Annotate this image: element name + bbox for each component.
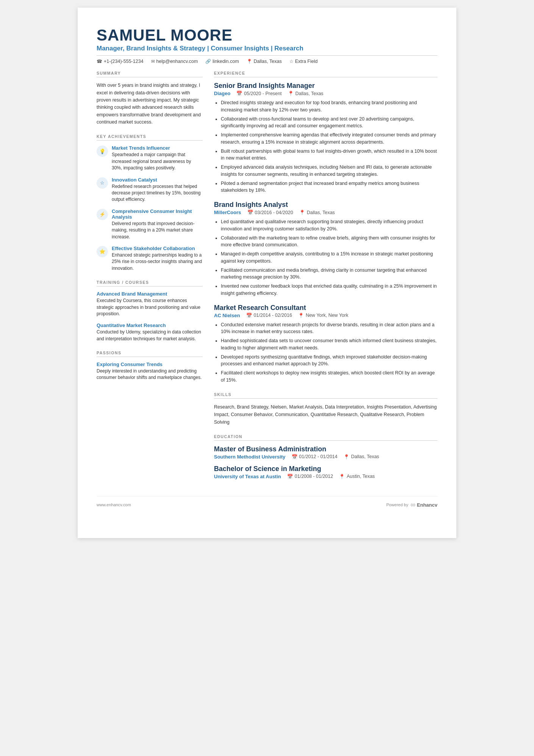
bullet-2-2: Collaborated with the marketing team to … [221,235,437,249]
main-content: SUMMARY With over 5 years in brand insig… [97,71,437,485]
edu-date-2: 📅 01/2008 - 01/2012 [287,474,333,479]
job-3: Market Research Consultant AC Nielsen 📅 … [214,304,437,384]
job-2: Brand Insights Analyst MillerCoors 📅 03/… [214,201,437,297]
bullet-1-4: Built robust partnerships with global te… [221,148,437,162]
training-section-title: TRAINING / COURSES [97,280,203,286]
achievement-desc-3: Delivered reports that improved decision… [112,221,203,240]
contact-extra: ☆ Extra Field [289,59,318,64]
bullet-2-4: Facilitated communication and media brie… [221,267,437,281]
achievement-title-2: Innovation Catalyst [112,177,203,183]
bullet-2-5: Invented new customer feedback loops tha… [221,283,437,297]
enhancv-logo: ∞ Enhancv [411,501,437,509]
job-company-2: MillerCoors [214,210,241,215]
left-column: SUMMARY With over 5 years in brand insig… [97,71,203,485]
extra-text: Extra Field [295,59,318,64]
location-icon: 📍 [247,59,252,64]
right-column: EXPERIENCE Senior Brand Insights Manager… [214,71,437,485]
edu-meta-1: Southern Methodist University 📅 01/2012 … [214,454,437,460]
header: SAMUEL MOORE Manager, Brand Insights & S… [97,27,437,64]
achievement-desc-2: Redefined research processes that helped… [112,183,203,203]
achievement-title-3: Comprehensive Consumer Insight Analysis [112,208,203,220]
job-location-3: 📍 New York, New York [298,313,348,318]
skills-text: Research, Brand Strategy, Nielsen, Marke… [214,403,437,426]
achievement-title-1: Market Trends Influencer [112,145,203,151]
job-date-2: 📅 03/2016 - 04/2020 [247,210,293,215]
job-bullets-1: Directed insights strategy and execution… [214,99,437,194]
enhancv-brand-name: Enhancv [417,502,437,508]
training-desc-1: Executed by Coursera, this course enhanc… [97,297,203,317]
linkedin-text: linkedin.com [212,59,239,64]
bullet-1-2: Collaborated with cross-functional teams… [221,116,437,130]
achievement-icon-2: ☆ [97,177,108,189]
bullet-3-3: Developed reports synthesizing quantitat… [221,354,437,368]
job-bullets-2: Led quantitative and qualitative researc… [214,218,437,297]
passion-title-1: Exploring Consumer Trends [97,362,203,367]
bullet-2-1: Led quantitative and qualitative researc… [221,218,437,233]
achievement-content-2: Innovation Catalyst Redefined research p… [112,177,203,203]
bullet-1-1: Directed insights strategy and execution… [221,99,437,114]
skills-section-title: SKILLS [214,392,437,399]
pin-icon-3: 📍 [298,313,304,318]
job-date-3: 📅 01/2014 - 02/2016 [246,313,292,318]
job-meta-1: Diageo 📅 05/2020 - Present 📍 Dallas, Tex… [214,91,437,96]
bullet-1-5: Employed advanced data analysis techniqu… [221,164,437,178]
experience-section-title: EXPERIENCE [214,71,437,77]
powered-by-text: Powered by [386,502,408,507]
email-text: help@enhancv.com [156,59,198,64]
training-item-2: Quantitative Market Research Conducted b… [97,322,203,342]
achievement-icon-4: ⭐ [97,246,108,257]
edu-calendar-icon-1: 📅 [292,454,298,460]
star-icon: ☆ [289,59,294,64]
phone-text: +1-(234)-555-1234 [104,59,144,64]
contact-bar: ☎ +1-(234)-555-1234 ✉ help@enhancv.com 🔗… [97,55,437,64]
edu-location-2: 📍 Austin, Texas [339,474,375,479]
passion-item-1: Exploring Consumer Trends Deeply interes… [97,362,203,381]
achievement-icon-1: 💡 [97,146,108,157]
job-company-3: AC Nielsen [214,313,240,318]
achievement-icon-3: ⚡ [97,209,108,220]
achievement-content-4: Effective Stakeholder Collaboration Enha… [112,246,203,272]
edu-calendar-icon-2: 📅 [287,474,293,479]
contact-location: 📍 Dallas, Texas [247,59,282,64]
contact-linkedin: 🔗 linkedin.com [205,59,239,64]
bullet-3-2: Handled sophisticated data sets to uncov… [221,337,437,352]
summary-text: With over 5 years in brand insights and … [97,82,203,126]
edu-pin-icon-2: 📍 [339,474,345,479]
edu-meta-2: University of Texas at Austin 📅 01/2008 … [214,474,437,479]
achievement-desc-4: Enhanced strategic partnerships leading … [112,252,203,272]
page-footer: www.enhancv.com Powered by ∞ Enhancv [97,496,437,509]
edu-item-1: Master of Business Administration Southe… [214,445,437,460]
linkedin-icon: 🔗 [205,59,211,64]
footer-website: www.enhancv.com [97,502,131,507]
job-meta-3: AC Nielsen 📅 01/2014 - 02/2016 📍 New Yor… [214,313,437,318]
footer-brand: Powered by ∞ Enhancv [386,501,437,509]
pin-icon-1: 📍 [288,91,294,96]
edu-degree-1: Master of Business Administration [214,445,437,453]
education-section-title: EDUCATION [214,434,437,441]
resume-page: SAMUEL MOORE Manager, Brand Insights & S… [78,8,456,538]
training-title-2: Quantitative Market Research [97,322,203,328]
calendar-icon-3: 📅 [246,313,252,318]
edu-pin-icon-1: 📍 [344,454,350,460]
edu-degree-2: Bachelor of Science in Marketing [214,465,437,473]
summary-section-title: SUMMARY [97,71,203,77]
job-date-1: 📅 05/2020 - Present [236,91,281,96]
bullet-3-4: Facilitated client workshops to deploy n… [221,369,437,384]
job-title-3: Market Research Consultant [214,304,437,312]
contact-email: ✉ help@enhancv.com [151,59,198,64]
contact-phone: ☎ +1-(234)-555-1234 [97,59,144,64]
training-item-1: Advanced Brand Management Executed by Co… [97,291,203,317]
job-title-2: Brand Insights Analyst [214,201,437,209]
edu-date-1: 📅 01/2012 - 01/2014 [292,454,337,460]
location-text: Dallas, Texas [254,59,282,64]
pin-icon-2: 📍 [299,210,305,215]
bullet-1-6: Piloted a demand segmentation project th… [221,180,437,194]
job-location-2: 📍 Dallas, Texas [299,210,335,215]
job-company-1: Diageo [214,91,230,96]
achievements-section-title: KEY ACHIEVEMENTS [97,134,203,141]
bullet-1-3: Implemented comprehensive learning agend… [221,131,437,146]
edu-location-1: 📍 Dallas, Texas [344,454,379,460]
achievement-content-3: Comprehensive Consumer Insight Analysis … [112,208,203,240]
edu-school-1: Southern Methodist University [214,454,286,460]
achievement-desc-1: Spearheaded a major campaign that increa… [112,152,203,171]
